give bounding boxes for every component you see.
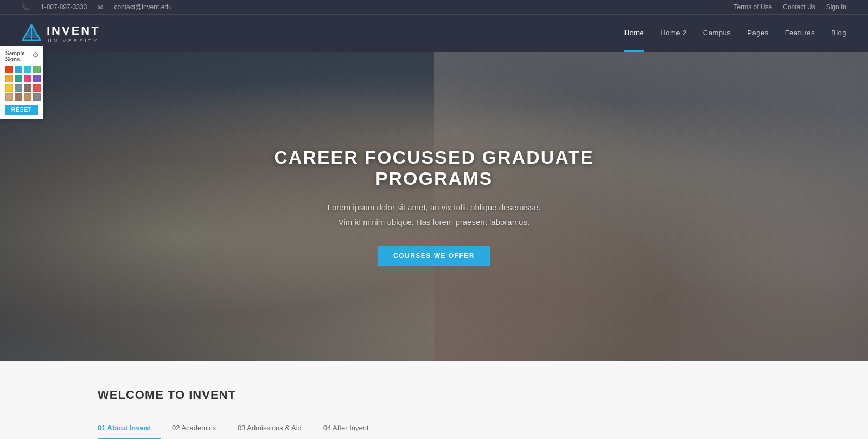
hero-cta-button[interactable]: COURSES WE OFFER xyxy=(378,246,490,266)
skin-color-1[interactable] xyxy=(5,66,13,73)
hero-section: CAREER FOCUSSED GRADUATE PROGRAMS Lorem … xyxy=(0,52,868,361)
nav-item-home2[interactable]: Home 2 xyxy=(660,15,687,52)
skin-color-13[interactable] xyxy=(5,93,13,101)
nav-item-blog[interactable]: Blog xyxy=(831,15,846,52)
tab-bar: 01 About Invent 02 Academics 03 Admissio… xyxy=(98,418,846,439)
logo-sub: UNIVERSITY xyxy=(47,38,100,43)
skin-color-15[interactable] xyxy=(24,93,31,101)
skin-color-11[interactable] xyxy=(24,84,31,92)
hero-subtitle: Lorem ipsum dolor sit amet, an vix tolli… xyxy=(266,200,602,229)
logo-icon xyxy=(22,24,41,43)
top-bar: 📞 1-807-897-3333 ✉ contact@invent.edu Te… xyxy=(0,0,868,14)
logo-name: INVENT xyxy=(47,24,100,37)
nav-item-pages[interactable]: Pages xyxy=(747,15,768,52)
skin-color-16[interactable] xyxy=(33,93,41,101)
hero-subtitle-line2: Vim id minim ubique. Has lorem praesent … xyxy=(339,217,529,227)
email-link[interactable]: contact@invent.edu xyxy=(114,3,171,11)
tab-academics[interactable]: 02 Academics xyxy=(172,418,227,439)
skin-color-3[interactable] xyxy=(24,66,31,73)
skin-color-10[interactable] xyxy=(15,84,22,92)
welcome-section: WELCOME TO INVENT 01 About Invent 02 Aca… xyxy=(0,361,868,439)
skin-color-2[interactable] xyxy=(15,66,22,73)
tab-about-invent[interactable]: 01 About Invent xyxy=(98,418,161,439)
top-bar-contact: 📞 1-807-897-3333 ✉ contact@invent.edu xyxy=(22,3,172,11)
skin-color-7[interactable] xyxy=(24,75,31,82)
skin-switcher: Sample Skins ⚙ RESET xyxy=(0,46,43,119)
skin-color-5[interactable] xyxy=(5,75,13,82)
skin-color-6[interactable] xyxy=(15,75,22,82)
signin-link[interactable]: Sign In xyxy=(826,3,846,11)
nav-links: Home Home 2 Campus Pages Features Blog xyxy=(624,15,846,52)
logo-text-group: INVENT UNIVERSITY xyxy=(47,24,100,43)
terms-link[interactable]: Terms of Use xyxy=(734,3,773,11)
phone-number: 1-807-897-3333 xyxy=(41,3,87,11)
contact-link[interactable]: Contact Us xyxy=(783,3,815,11)
nav-item-features[interactable]: Features xyxy=(785,15,815,52)
main-navigation: INVENT UNIVERSITY Home Home 2 Campus Pag… xyxy=(0,14,868,52)
logo[interactable]: INVENT UNIVERSITY xyxy=(22,24,100,43)
hero-subtitle-line1: Lorem ipsum dolor sit amet, an vix tolli… xyxy=(328,203,541,212)
top-bar-links: Terms of Use Contact Us Sign In xyxy=(734,3,846,11)
nav-item-campus[interactable]: Campus xyxy=(703,15,731,52)
tab-after-invent[interactable]: 04 After Invent xyxy=(323,418,380,439)
skin-color-9[interactable] xyxy=(5,84,13,92)
nav-item-home[interactable]: Home xyxy=(624,15,644,52)
skin-color-8[interactable] xyxy=(33,75,41,82)
gear-icon[interactable]: ⚙ xyxy=(32,50,39,59)
skin-color-12[interactable] xyxy=(33,84,41,92)
tab-admissions[interactable]: 03 Admissions & Aid xyxy=(238,418,312,439)
skin-color-grid xyxy=(5,66,38,101)
skin-color-4[interactable] xyxy=(33,66,41,73)
welcome-title: WELCOME TO INVENT xyxy=(98,388,846,402)
phone-icon: 📞 xyxy=(22,3,30,11)
skin-reset-button[interactable]: RESET xyxy=(5,105,38,115)
hero-content: CAREER FOCUSSED GRADUATE PROGRAMS Lorem … xyxy=(244,125,624,288)
hero-title: CAREER FOCUSSED GRADUATE PROGRAMS xyxy=(266,147,602,189)
skin-color-14[interactable] xyxy=(15,93,22,101)
email-icon: ✉ xyxy=(98,3,103,11)
